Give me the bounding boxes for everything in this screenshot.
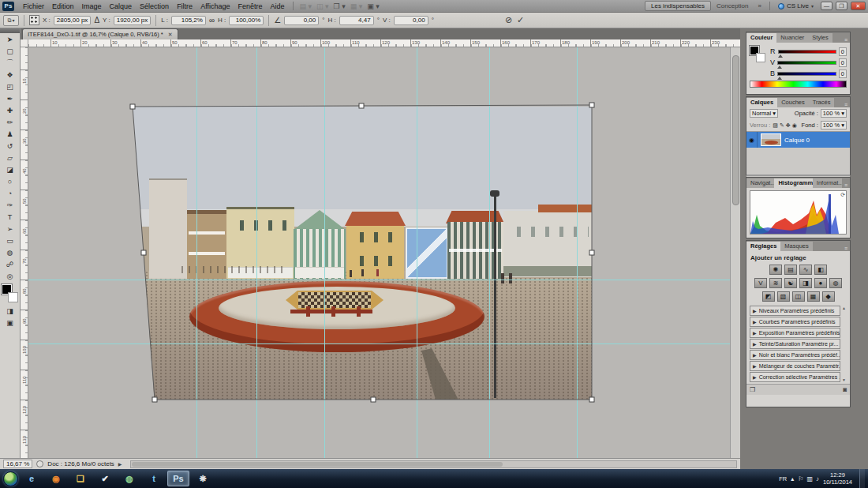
relative-position-toggle[interactable]: Δ xyxy=(94,16,99,24)
curves-icon[interactable]: ∿ xyxy=(799,265,812,275)
language-indicator[interactable]: FR xyxy=(779,475,787,482)
slider-thumb[interactable] xyxy=(777,66,782,69)
exposure-icon[interactable]: ◧ xyxy=(814,265,827,275)
move-tool[interactable]: ➤ xyxy=(2,33,19,45)
slider-value[interactable]: 0 xyxy=(839,47,847,56)
color-balance-icon[interactable]: ☯ xyxy=(784,278,797,288)
tab-nuancier[interactable]: Nuancier xyxy=(776,33,808,43)
eraser-tool[interactable]: ▱ xyxy=(2,152,19,163)
lock-pixels-icon[interactable]: ✎ xyxy=(780,122,784,129)
start-button[interactable] xyxy=(3,471,18,486)
scrollbar-thumb[interactable] xyxy=(132,462,503,467)
commit-transform-button[interactable]: ✓ xyxy=(517,15,524,25)
gradient-map-icon[interactable]: ▦ xyxy=(807,291,820,302)
scrollbar-thumb[interactable] xyxy=(732,55,739,205)
menu-filtre[interactable]: Filtre xyxy=(173,2,196,10)
width-input[interactable]: 105,2% xyxy=(171,16,206,25)
photo-filter-icon[interactable]: ● xyxy=(814,278,827,288)
disclosure-triangle-icon[interactable]: ▶ xyxy=(753,352,757,358)
status-expand-button[interactable]: ▶ xyxy=(118,461,122,467)
brush-tool[interactable]: ✏ xyxy=(2,116,19,128)
panel-menu-icon[interactable]: ≡ xyxy=(842,182,850,188)
horizontal-scrollbar[interactable] xyxy=(130,460,737,468)
healing-brush-tool[interactable]: ✚ xyxy=(2,104,19,116)
layer-row[interactable]: ◉ Calque 0 xyxy=(746,132,850,148)
path-selection-tool[interactable]: ➢ xyxy=(2,223,19,235)
document-tab[interactable]: ITEF8144_DxO-1.tif @ 16,7% (Calque 0, RV… xyxy=(22,28,178,39)
taskbar-internet-explorer[interactable]: e xyxy=(21,471,43,486)
view-extras-icon[interactable]: ◫ ▾ xyxy=(314,2,331,10)
layer-visibility-eye-icon[interactable]: ◉ xyxy=(746,132,758,148)
rotate-view-tool[interactable]: ◍ xyxy=(2,246,19,258)
disclosure-triangle-icon[interactable]: ▶ xyxy=(753,363,757,369)
levels-icon[interactable]: ▤ xyxy=(784,265,797,275)
slider-value[interactable]: 0 xyxy=(839,69,847,78)
minimize-button[interactable]: — xyxy=(821,2,832,10)
slider-value[interactable]: 0 xyxy=(839,58,847,67)
preset-row[interactable]: ▶Teinte/Saturation Paramètre pr... xyxy=(750,339,840,349)
slider-track[interactable] xyxy=(777,72,836,76)
launch-bridge-icon[interactable]: ▤ ▾ xyxy=(297,2,315,10)
menu-calque[interactable]: Calque xyxy=(106,2,137,10)
quick-mask-button[interactable]: ◨ xyxy=(2,305,19,317)
workspace-design-button[interactable]: Conception xyxy=(713,2,752,9)
slider-track[interactable] xyxy=(777,61,836,65)
taskbar-messenger[interactable]: ✔ xyxy=(94,471,116,486)
slider-track[interactable] xyxy=(778,50,836,54)
preset-row[interactable]: ▶Niveaux Paramètres prédéfinis xyxy=(750,306,840,316)
hue-saturation-icon[interactable]: ≋ xyxy=(769,278,782,288)
clone-stamp-tool[interactable]: ♟ xyxy=(2,128,19,140)
taskbar-photo-app[interactable]: ❋ xyxy=(192,471,214,486)
color-spectrum-ramp[interactable] xyxy=(750,81,847,88)
menu-fenêtre[interactable]: Fenêtre xyxy=(234,2,267,10)
workspace-more-button[interactable]: » xyxy=(754,2,765,9)
background-color-swatch[interactable] xyxy=(8,292,18,302)
blur-tool[interactable]: ○ xyxy=(2,175,19,187)
tab-rglages[interactable]: Réglages xyxy=(746,242,780,251)
lock-all-icon[interactable]: ◉ xyxy=(792,122,797,129)
black-white-icon[interactable]: ◨ xyxy=(799,278,812,288)
x-input[interactable]: 2805,00 px xyxy=(54,16,92,25)
y-input[interactable]: 1920,00 px xyxy=(114,16,152,25)
preset-row[interactable]: ▶Exposition Paramètres prédéfinis xyxy=(750,328,840,338)
posterize-icon[interactable]: ▧ xyxy=(777,291,790,302)
tab-couleur[interactable]: Couleur xyxy=(746,33,776,43)
blend-mode-select[interactable]: Normal ▾ xyxy=(750,109,778,118)
zoom-level-icon[interactable]: ▦ ▾ xyxy=(348,2,365,10)
v-skew-input[interactable]: 0,00 xyxy=(394,16,428,25)
reference-point-locator[interactable] xyxy=(29,15,39,25)
refresh-histogram-icon[interactable]: ⟳ xyxy=(840,192,845,198)
slider-thumb[interactable] xyxy=(777,77,782,80)
screen-mode-button[interactable]: ▣ xyxy=(2,317,19,328)
slider-thumb[interactable] xyxy=(778,54,783,58)
tab-informat[interactable]: Informat... xyxy=(813,178,842,188)
h-skew-input[interactable]: 4,47 xyxy=(339,16,374,25)
tab-styles[interactable]: Styles xyxy=(808,33,832,43)
arrange-documents-icon[interactable]: ❐ ▾ xyxy=(331,2,348,10)
menu-fichier[interactable]: Fichier xyxy=(19,2,48,10)
tab-couches[interactable]: Couches xyxy=(777,98,809,107)
pen-tool[interactable]: ✑ xyxy=(2,199,19,211)
taskbar-explorer[interactable]: ❏ xyxy=(69,471,92,486)
disclosure-triangle-icon[interactable]: ▶ xyxy=(753,374,757,380)
eyedropper-tool[interactable]: ✒ xyxy=(2,92,19,104)
cancel-transform-button[interactable]: ⊘ xyxy=(505,15,512,25)
dodge-tool[interactable]: ◔ xyxy=(2,187,19,199)
switch-panel-view-icon[interactable]: ❒ xyxy=(750,386,755,393)
maintain-aspect-ratio-icon[interactable]: ∞ xyxy=(209,16,215,24)
menu-sélection[interactable]: Sélection xyxy=(136,2,173,10)
hidden-icons-chevron[interactable]: ▴ xyxy=(791,475,794,482)
invert-icon[interactable]: ◩ xyxy=(762,291,775,302)
close-button[interactable]: ✕ xyxy=(851,2,866,10)
disclosure-triangle-icon[interactable]: ▶ xyxy=(753,330,757,336)
opacity-input[interactable]: 100 % ▾ xyxy=(821,109,847,118)
taskbar-twitter[interactable]: t xyxy=(143,471,165,486)
document-canvas[interactable] xyxy=(28,47,730,458)
menu-aide[interactable]: Aide xyxy=(267,2,289,10)
threshold-icon[interactable]: ◫ xyxy=(792,291,805,302)
fill-input[interactable]: 100 % ▾ xyxy=(821,121,847,130)
network-icon[interactable]: ▥ xyxy=(806,475,813,482)
preset-row[interactable]: ▶Correction sélective Paramètres ... xyxy=(750,372,840,382)
horizontal-ruler[interactable]: 1020304050607080901001101201301401501601… xyxy=(28,39,740,47)
cs-live-button[interactable]: CS Live▾ xyxy=(774,2,817,9)
